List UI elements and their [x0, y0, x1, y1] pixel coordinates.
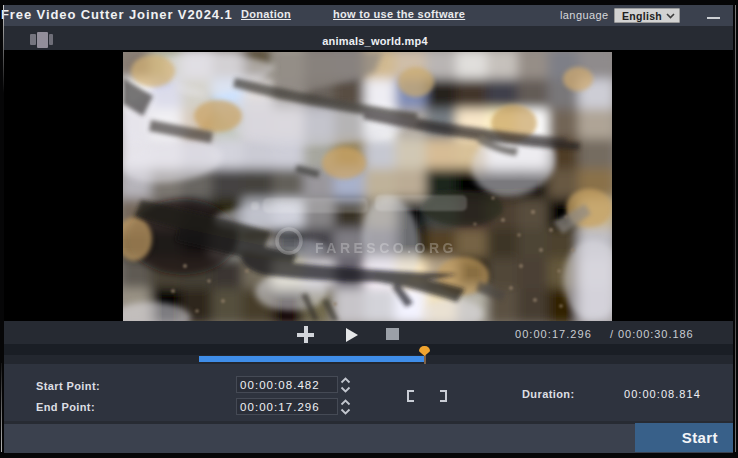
svg-text:FARESCO.ORG: FARESCO.ORG [315, 240, 457, 256]
